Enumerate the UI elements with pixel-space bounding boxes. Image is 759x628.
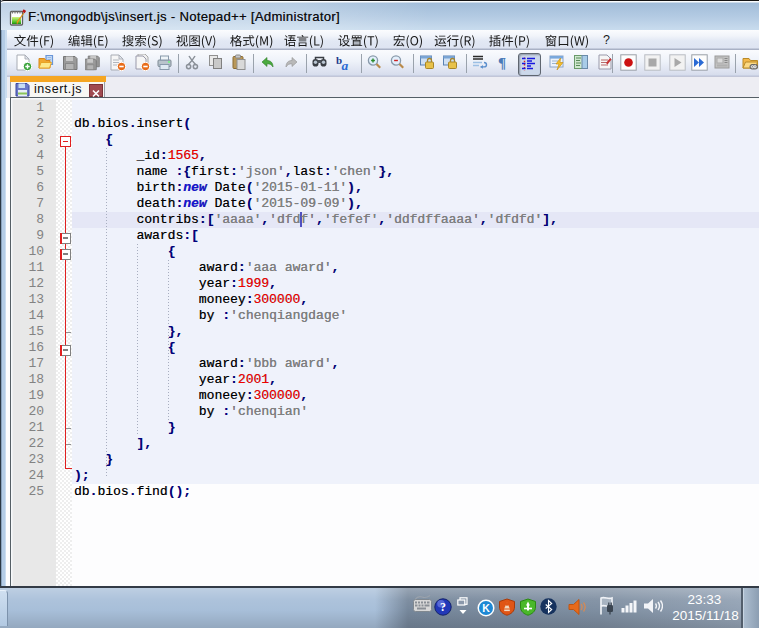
svg-text:?: ?	[440, 600, 446, 614]
svg-text:K: K	[482, 602, 490, 614]
